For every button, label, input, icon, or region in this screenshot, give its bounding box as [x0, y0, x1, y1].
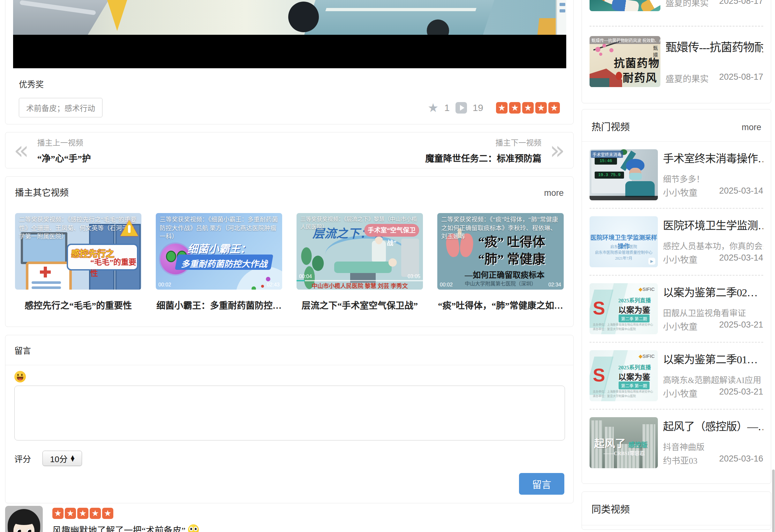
slide-line: 启东市人民医院: [590, 244, 658, 249]
star-icon: ★: [77, 508, 88, 519]
video-thumbnail[interactable]: 三等奖获奖视频：《层流之下》黎慧（中山市小榄人民医院） 层流之下： 手术室“空气…: [297, 213, 423, 290]
video-list-item[interactable]: 盛夏的果实 2025-08-17: [590, 0, 763, 11]
rating-select[interactable]: 10分 ▲▼: [42, 451, 82, 466]
scrollbar-thumb[interactable]: [772, 469, 775, 532]
video-title[interactable]: 甄嬛传---抗菌药物耐…: [666, 38, 763, 55]
submit-comment-button[interactable]: 留言: [519, 473, 564, 495]
video-thumbnail[interactable]: S ◆SIFIC 2025系列直播 以案为鉴 第二季 第一期 主办单位：上海斯菲…: [590, 350, 658, 401]
slide-live-label: 2025系列直播: [618, 296, 651, 304]
thumb-subtitle-text: ——CRBSI零容忍: [604, 449, 645, 457]
video-thumbnail[interactable]: 二等奖获奖视频：《感控先行之“毛毛”的重要性》仝珊珊、王凤菊、何文英等（石河子大…: [15, 213, 141, 290]
video-date: 2025-03-16: [719, 454, 763, 466]
rating-label: 评分: [14, 453, 31, 464]
thumbnail-overlay-text: 三等奖获奖视频：《细菌小霸王：多重耐药菌防控大作战》吕航 栗方（河北燕达医院肿瘤…: [156, 213, 282, 244]
rating-selected-value: 10分: [50, 453, 68, 464]
slide-live-label: 2025系列直播: [618, 363, 651, 371]
warning-triangle-icon: [120, 220, 138, 236]
comment-text: 风趣幽默地了解了一把“术前备皮”: [52, 523, 185, 532]
video-title[interactable]: 起风了（感控版）—…: [663, 418, 763, 433]
star-icon: ★: [90, 508, 101, 519]
video-author[interactable]: 小小牧童: [663, 186, 698, 198]
similar-videos-box: 同类视频: [582, 491, 771, 530]
video-list-item[interactable]: 起风了 感控版 ——CRBSI零容忍 起风了（感控版）—… 抖音神曲版 约书亚0…: [590, 409, 763, 476]
video-list-item[interactable]: 医院环境卫生学监测采样操作 启东市人民医院 启东市医院感染管理质量控制中心 20…: [590, 208, 763, 275]
video-thumbnail[interactable]: 15:46 19.3 75.9 手术室终末消毒: [590, 149, 658, 200]
video-title[interactable]: 细菌小霸王：多重耐药菌防控…: [156, 299, 282, 311]
video-title[interactable]: 医院环境卫生学监测…: [663, 217, 763, 233]
prev-video-title[interactable]: “净”心“手”护: [37, 151, 91, 164]
video-list-item[interactable]: S ◆SIFIC 2025系列直播 以案为鉴 第二季 第二期 主办单位：上海斯菲…: [590, 275, 763, 342]
next-video-title[interactable]: 魔童降世任务二：标准预防篇: [425, 151, 541, 164]
video-thumbnail[interactable]: 二等奖获奖视频：《“痰”吐得体，“肺”常健康之如何正确留取痰标本》李秋玲、程依琳…: [437, 213, 564, 290]
uploader-videos-card: 播主其它视频 more 二等奖获奖视频：《感控先行之“毛毛”的重要性》仝珊珊、王…: [5, 176, 573, 327]
play-icon: ▶: [648, 258, 655, 265]
video-author[interactable]: 小小牧童: [663, 387, 698, 399]
caption-line2: “肺” 常健康: [478, 249, 545, 267]
video-tag-chip: 术前备皮；感术行动: [19, 98, 102, 117]
video-thumbnail[interactable]: 医院环境卫生学监测采样操作 启东市人民医院 启东市医院感染管理质量控制中心 20…: [590, 216, 658, 267]
next-video-label: 播主下一视频: [425, 137, 541, 148]
thumb-vertical-text: 甄嬛传: [652, 46, 659, 66]
video-thumbnail[interactable]: S ◆SIFIC 2025系列直播 以案为鉴 第二季 第二期 主办单位：上海斯菲…: [590, 283, 658, 334]
emoji-picker-icon[interactable]: [14, 371, 26, 382]
video-date: 2025-03-21: [719, 387, 763, 399]
video-title[interactable]: “痰”吐得体，“肺”常健康之如…: [437, 299, 564, 311]
video-thumbnail[interactable]: [590, 0, 661, 11]
hot-videos-title: 热门视频: [592, 119, 630, 133]
slide-org-line: 承办单位：复旦大学附属中山医院: [593, 327, 636, 331]
video-author[interactable]: 小小牧童: [663, 253, 698, 265]
video-thumbnail[interactable]: 三等奖获奖视频：《细菌小霸王：多重耐药菌防控大作战》吕航 栗方（河北燕达医院肿瘤…: [156, 213, 282, 290]
panel-digits: 15:46: [595, 158, 617, 165]
prev-video-link[interactable]: 播主上一视频 “净”心“手”护: [37, 137, 91, 164]
more-link[interactable]: more: [742, 122, 761, 132]
avatar: [5, 506, 43, 532]
more-link[interactable]: more: [544, 188, 564, 198]
play-count-icon: [455, 102, 467, 114]
video-title[interactable]: 以案为鉴第二季02…: [663, 284, 763, 299]
slide-org-line: 主办单位：上海斯菲克微生物应用技术研究中心: [593, 389, 653, 394]
video-date: 2025-03-14: [719, 253, 763, 265]
video-subtitle: 细节多多！: [663, 173, 763, 184]
divider: [5, 365, 573, 365]
video-author[interactable]: 约书亚03: [663, 454, 698, 466]
warning-triangle-icon: [105, 0, 129, 31]
video-author[interactable]: 盛夏的果实: [666, 0, 709, 9]
similar-videos-title: 同类视频: [592, 501, 630, 515]
slide-series-name: 以案为鉴: [618, 304, 650, 315]
video-list-item[interactable]: S ◆SIFIC 2025系列直播 以案为鉴 第二季 第一期 主办单位：上海斯菲…: [590, 342, 763, 409]
star-icon: ★: [548, 102, 560, 114]
comment-rating-stars: ★ ★ ★ ★ ★: [52, 508, 199, 519]
star-icon: ★: [535, 102, 547, 114]
thumbnail-overlay-text: 三等奖获奖视频：《层流之下》黎慧（中山市小榄人民医院）: [297, 213, 423, 233]
slide-episode-badge: 第二季 第二期: [619, 314, 650, 322]
prev-next-nav-card: « 播主上一视频 “净”心“手”护 播主下一视频 魔童降世任务二：标准预防篇 »: [5, 132, 573, 168]
video-title[interactable]: 层流之下“手术室空气保卫战”: [297, 299, 423, 311]
prev-arrow-icon[interactable]: «: [14, 140, 29, 160]
next-arrow-icon[interactable]: »: [550, 140, 565, 160]
cartoon-deck-edge: [325, 8, 476, 11]
video-author[interactable]: 盛夏的果实: [666, 72, 709, 85]
panel-digits: 19.3 75.9: [595, 172, 624, 179]
cartoon-sign: [556, 0, 566, 35]
video-list-item[interactable]: 甄嬛传---抗菌药物耐药风波 祝效勤、卢琳琳（北京大学深圳医 抗菌药物 耐药风波…: [590, 36, 763, 87]
next-video-link[interactable]: 播主下一视频 魔童降世任务二：标准预防篇: [425, 137, 541, 164]
video-author[interactable]: 小小牧童: [663, 320, 698, 332]
star-icon: ★: [522, 102, 534, 114]
video-thumbnail[interactable]: 起风了 感控版 ——CRBSI零容忍: [590, 417, 658, 468]
video-title[interactable]: 以案为鉴第二季01…: [663, 351, 763, 366]
video-subtitle: 感控人员基本功，你真的会采: [663, 240, 763, 251]
video-title[interactable]: 手术室终末消毒操作…: [663, 150, 763, 166]
star-icon: ★: [102, 508, 113, 519]
timestamp-start: 00:02: [440, 282, 453, 288]
star-icon: ★: [496, 102, 507, 114]
video-thumbnail[interactable]: 甄嬛传---抗菌药物耐药风波 祝效勤、卢琳琳（北京大学深圳医 抗菌药物 耐药风波…: [590, 36, 661, 87]
video-list-item[interactable]: 15:46 19.3 75.9 手术室终末消毒 手术室终末消毒操作… 细节多多！…: [590, 142, 763, 208]
video-frame[interactable]: [13, 0, 566, 35]
video-subtitle: 高晓东&范鹏超解读AI应用: [663, 373, 763, 385]
slide-series-name: 以案为鉴: [618, 371, 650, 382]
rating-stars: ★ ★ ★ ★ ★: [496, 102, 560, 114]
video-date: 2025-03-21: [719, 320, 763, 332]
video-controls-bar[interactable]: [13, 35, 566, 68]
comment-input[interactable]: [14, 386, 565, 440]
video-title[interactable]: 感控先行之“毛毛”的重要性: [15, 299, 141, 311]
